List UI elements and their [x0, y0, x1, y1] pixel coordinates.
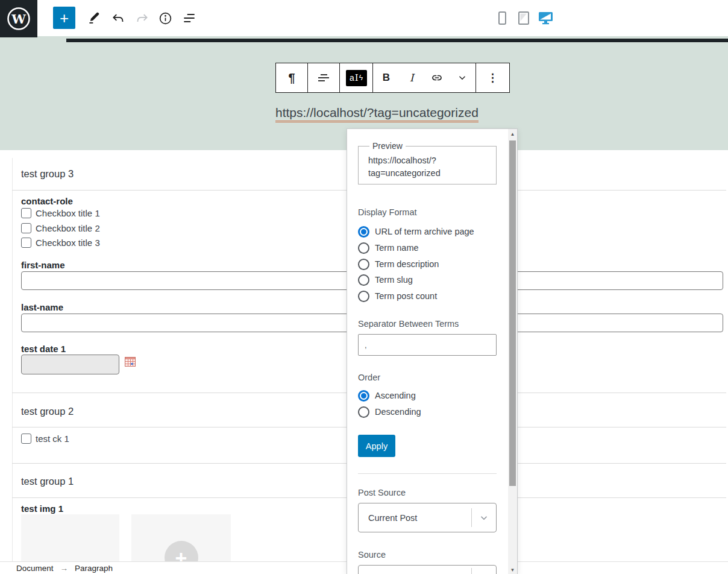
tablet-preview-icon[interactable] [516, 10, 532, 26]
scroll-up-icon[interactable]: ▲ [508, 129, 517, 139]
options-kebab-icon[interactable]: ⋮ [480, 63, 506, 92]
wordpress-block-editor: test group 3 contact-role Checkbox title… [0, 0, 728, 574]
calendar-icon[interactable] [125, 357, 136, 367]
breadcrumb-block[interactable]: Paragraph [75, 564, 113, 573]
checkbox[interactable] [21, 208, 31, 218]
preview-fieldset: Preview https://localhost/? tag=uncatego… [358, 141, 497, 184]
radio-selected-icon[interactable] [358, 226, 369, 238]
content-frame-top-bar [66, 39, 728, 42]
radio-label: Term slug [375, 275, 413, 285]
apply-button[interactable]: Apply [358, 435, 395, 457]
radio-option[interactable]: Term post count [358, 290, 437, 302]
image-placeholder[interactable] [21, 514, 119, 561]
block-outline-left-border [12, 158, 13, 561]
paragraph-block-text[interactable]: https://localhost/?tag=uncategorized [275, 106, 479, 120]
select-chevron-icon [472, 512, 496, 523]
field-label-first-name: first-name [21, 260, 65, 270]
post-source-value: Current Post [359, 513, 471, 523]
preview-legend: Preview [369, 141, 406, 151]
checkbox-row: Checkbox title 2 [21, 223, 100, 233]
editor-top-bar: + [0, 0, 728, 36]
group-title: test group 3 [21, 168, 74, 180]
display-format-label: Display Format [358, 207, 417, 217]
preview-url-line1: https://localhost/? [368, 154, 496, 167]
checkbox-row: Checkbox title 1 [21, 208, 100, 218]
group-title: test group 2 [21, 406, 74, 417]
scroll-down-icon[interactable]: ▼ [508, 565, 517, 574]
svg-text:W: W [11, 11, 26, 27]
breadcrumb-arrow: → [60, 564, 69, 573]
radio-option[interactable]: Descending [358, 406, 421, 418]
radio-label: Term name [375, 243, 419, 253]
radio-label: Term post count [375, 291, 437, 301]
block-toolbar: ¶ aIϟ B I [275, 63, 510, 93]
separator-label: Separator Between Terms [358, 319, 459, 329]
ai-letter: a [350, 73, 354, 83]
edit-tool-icon[interactable] [84, 8, 104, 28]
device-preview-toggles [494, 10, 553, 26]
radio-option[interactable]: Term name [358, 242, 419, 254]
italic-icon[interactable]: I [399, 63, 424, 92]
checkbox[interactable] [21, 434, 31, 444]
radio-selected-icon[interactable] [358, 390, 369, 402]
scrollbar-thumb[interactable] [509, 140, 516, 486]
post-source-label: Post Source [358, 488, 406, 497]
radio-option[interactable]: Term slug [358, 274, 413, 286]
field-label-test-img: test img 1 [21, 503, 63, 514]
order-label: Order [358, 373, 380, 382]
text-align-icon[interactable] [311, 63, 336, 92]
dynamic-text-field-icon[interactable]: aIϟ [344, 63, 369, 92]
redo-icon[interactable] [132, 8, 152, 28]
image-placeholder[interactable]: + [131, 514, 231, 561]
list-view-icon[interactable] [179, 8, 199, 28]
lightning-icon: ϟ [359, 74, 363, 82]
desktop-preview-icon[interactable] [538, 10, 553, 26]
wordpress-logo[interactable]: W [0, 0, 37, 37]
link-icon[interactable] [424, 63, 450, 92]
bold-icon[interactable]: B [374, 63, 399, 92]
field-label-contact-role: contact-role [21, 196, 73, 206]
field-label-last-name: last-name [21, 302, 63, 312]
ai-ibeam: I [355, 72, 359, 83]
radio-option[interactable]: Ascending [358, 390, 416, 402]
radio-option[interactable]: Term description [358, 258, 439, 270]
preview-url-line2: tag=uncategorized [368, 167, 496, 180]
test-date-input[interactable] [21, 355, 119, 374]
select-divider [471, 568, 472, 574]
checkbox-label: Checkbox title 2 [36, 223, 100, 233]
radio-label: URL of term archive page [375, 227, 474, 236]
details-info-icon[interactable] [155, 8, 175, 28]
group-title: test group 1 [21, 476, 74, 487]
radio-icon[interactable] [358, 274, 369, 286]
chevron-down-icon[interactable] [450, 63, 475, 92]
mobile-preview-icon[interactable] [494, 10, 510, 26]
paragraph-block-icon[interactable]: ¶ [279, 63, 304, 92]
checkbox-row: test ck 1 [21, 434, 69, 444]
dynamic-tag-settings-popover: Preview https://localhost/? tag=uncatego… [347, 128, 518, 574]
source-select[interactable] [358, 565, 497, 574]
tag-link-text[interactable]: https://localhost/?tag=uncategorized [275, 106, 479, 122]
checkbox-label: test ck 1 [36, 434, 69, 444]
checkbox[interactable] [21, 238, 31, 248]
radio-label: Term description [375, 259, 439, 269]
checkbox-label: Checkbox title 1 [36, 208, 100, 218]
radio-icon[interactable] [358, 291, 369, 302]
post-source-select[interactable]: Current Post [358, 503, 497, 532]
breadcrumb-document[interactable]: Document [16, 564, 54, 573]
checkbox-row: Checkbox title 3 [21, 238, 100, 248]
radio-icon[interactable] [358, 242, 369, 254]
popover-divider [358, 473, 497, 474]
checkbox-label: Checkbox title 3 [36, 238, 100, 248]
radio-label: Ascending [375, 391, 416, 400]
radio-icon[interactable] [358, 406, 369, 418]
checkbox[interactable] [21, 223, 31, 233]
field-label-test-date: test date 1 [21, 344, 66, 354]
source-label: Source [358, 550, 386, 560]
radio-option[interactable]: URL of term archive page [358, 226, 474, 238]
radio-label: Descending [375, 407, 421, 417]
popover-scrollbar[interactable]: ▲ ▼ [508, 129, 517, 574]
radio-icon[interactable] [358, 259, 369, 270]
separator-input[interactable] [358, 334, 497, 356]
undo-icon[interactable] [108, 8, 128, 28]
block-inserter-button[interactable]: + [53, 7, 75, 29]
